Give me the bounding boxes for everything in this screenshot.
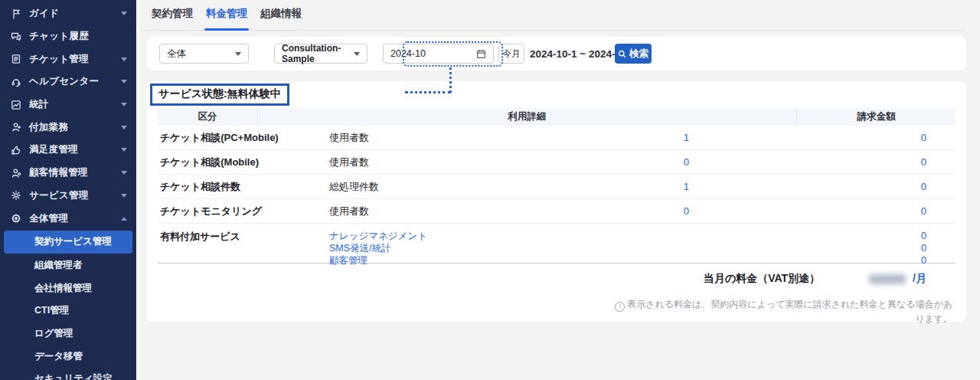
help-center-icon: [10, 76, 22, 88]
billing-table: 区分 利用詳細 請求金額 チケット相談(PC+Mobile) 使用者数 1 0 …: [158, 108, 956, 264]
sidebar-item-addon-work[interactable]: 付加業務: [0, 116, 136, 139]
sidebar-item-satisfaction[interactable]: 満足度管理: [0, 139, 136, 162]
scope-select-value: 全体: [167, 48, 186, 61]
chat-history-icon: [10, 31, 22, 43]
header-category: 区分: [158, 110, 257, 123]
submenu-label: 会社情報管理: [34, 282, 92, 295]
row-value: 1: [536, 181, 689, 192]
sidebar-item-ticket-management[interactable]: チケット管理: [0, 48, 136, 70]
table-header-row: 区分 利用詳細 請求金額: [158, 108, 956, 126]
row-amount: 0: [689, 254, 926, 267]
gear-icon: [10, 189, 22, 201]
link-knowledge-management[interactable]: ナレッジマネジメント: [329, 230, 536, 242]
chevron-down-icon: [235, 52, 241, 56]
this-month-button[interactable]: 今月: [498, 44, 524, 64]
submenu-label: CTI管理: [34, 304, 69, 317]
submenu-label: 契約サービス管理: [34, 235, 112, 248]
header-usage-detail: 利用詳細: [257, 108, 796, 126]
row-value: 0: [536, 156, 689, 168]
sidebar-item-help-center[interactable]: ヘルプセンター: [0, 70, 136, 93]
sidebar-item-log[interactable]: ログ管理: [0, 323, 136, 346]
row-category: 有料付加サービス: [158, 230, 329, 244]
chevron-down-icon: [354, 52, 360, 56]
row-amount: 0: [689, 242, 926, 254]
billing-disclaimer-note: 表示される料金は、契約内容によって実際に請求された料金と異なる場合があります。: [606, 297, 952, 326]
addon-icon: [10, 121, 22, 133]
tab-contract-management[interactable]: 契約管理: [150, 7, 194, 30]
row-category: チケット相談(PC+Mobile): [158, 131, 329, 145]
submenu-label: データ移管: [34, 350, 83, 363]
global-icon: [10, 212, 22, 224]
masked-amount: [869, 274, 906, 284]
addon-links: ナレッジマネジメント SMS発送/統計 顧客管理: [329, 230, 536, 267]
per-month-label: /月: [913, 272, 926, 286]
row-category: チケット相談件数: [158, 180, 329, 194]
row-value: 1: [536, 132, 689, 143]
service-select-value: Consultation-Sample: [282, 43, 354, 64]
chevron-down-icon: [121, 171, 127, 175]
sidebar-item-label: サービス管理: [29, 189, 121, 202]
stats-icon: [10, 99, 22, 111]
sidebar-item-global-management[interactable]: 全体管理: [0, 207, 136, 230]
sidebar-item-label: チケット管理: [29, 53, 121, 66]
service-status-badge: サービス状態:無料体験中: [150, 84, 289, 106]
addon-amounts: 0 0 0: [689, 230, 956, 267]
calendar-icon[interactable]: [476, 49, 486, 59]
link-customer-management[interactable]: 顧客管理: [329, 254, 536, 267]
link-sms-stats[interactable]: SMS発送/統計: [329, 242, 536, 254]
service-select[interactable]: Consultation-Sample: [274, 44, 368, 64]
submenu-label: セキュリティ設定: [34, 372, 113, 380]
chevron-down-icon: [121, 80, 127, 84]
search-icon: [618, 50, 626, 58]
month-input[interactable]: 2024-10: [383, 44, 494, 64]
chevron-down-icon: [121, 194, 127, 198]
chevron-down-icon: [121, 57, 127, 61]
search-button[interactable]: 検索: [615, 44, 652, 64]
chevron-down-icon: [121, 103, 127, 106]
row-amount: 0: [689, 205, 956, 217]
sidebar-item-customer-info[interactable]: 顧客情報管理: [0, 162, 136, 185]
sidebar-gutter: [136, 0, 139, 380]
main-area: 契約管理 料金管理 組織情報 全体 Consultation-Sample 20…: [139, 0, 980, 380]
satisfaction-icon: [10, 144, 22, 156]
row-amount: 0: [689, 132, 956, 143]
tab-billing-management[interactable]: 料金管理: [204, 7, 249, 30]
submenu-label: ログ管理: [34, 327, 74, 340]
month-input-value: 2024-10: [390, 48, 426, 59]
sidebar-item-label: 顧客情報管理: [29, 166, 121, 179]
tab-organization-info[interactable]: 組織情報: [259, 7, 303, 30]
app-window: ガイド チャット履歴 チケット管理 ヘルプセンター: [0, 0, 980, 380]
row-detail: 使用者数: [329, 156, 536, 169]
chevron-up-icon: [121, 217, 127, 221]
monthly-fee-summary: 当月の料金（VAT別途） /月: [704, 272, 926, 286]
sidebar-item-statistics[interactable]: 統計: [0, 93, 136, 116]
chevron-down-icon: [121, 126, 127, 129]
sidebar-item-label: チャット履歴: [29, 30, 127, 43]
sidebar-item-data-transfer[interactable]: データ移管: [0, 345, 136, 368]
sidebar-item-cti[interactable]: CTI管理: [0, 300, 136, 323]
table-row-paid-addons: 有料付加サービス ナレッジマネジメント SMS発送/統計 顧客管理 0 0 0: [158, 224, 956, 264]
info-icon: [615, 302, 625, 312]
row-category: チケット相談(Mobile): [158, 156, 329, 169]
customer-info-icon: [10, 167, 22, 179]
row-category: チケットモニタリング: [158, 205, 329, 218]
submenu-label: 組織管理者: [34, 259, 83, 272]
chevron-down-icon: [121, 148, 127, 152]
row-detail: 使用者数: [329, 131, 536, 145]
sidebar-item-service-management[interactable]: サービス管理: [0, 185, 136, 208]
sidebar-item-company-info[interactable]: 会社情報管理: [0, 277, 136, 300]
table-row: チケット相談(Mobile) 使用者数 0 0: [158, 150, 956, 175]
sidebar-item-security[interactable]: セキュリティ設定: [0, 368, 136, 380]
billing-panel: サービス状態:無料体験中 区分 利用詳細 請求金額 チケット相談(PC+Mobi…: [147, 81, 966, 322]
row-detail: 使用者数: [329, 205, 536, 218]
scope-select[interactable]: 全体: [159, 44, 249, 64]
monthly-fee-label: 当月の料金（VAT別途）: [704, 272, 820, 286]
sidebar-item-chat-history[interactable]: チャット履歴: [0, 25, 136, 48]
sidebar-item-contract-service[interactable]: 契約サービス管理: [4, 231, 132, 254]
note-text: 表示される料金は、契約内容によって実際に請求された料金と異なる場合があります。: [627, 299, 952, 324]
sidebar-item-guide[interactable]: ガイド: [0, 2, 136, 25]
sidebar-item-org-admin[interactable]: 組織管理者: [0, 254, 136, 277]
row-value: 0: [536, 205, 689, 217]
tab-bar: 契約管理 料金管理 組織情報: [139, 0, 966, 31]
row-amount: 0: [689, 156, 956, 168]
